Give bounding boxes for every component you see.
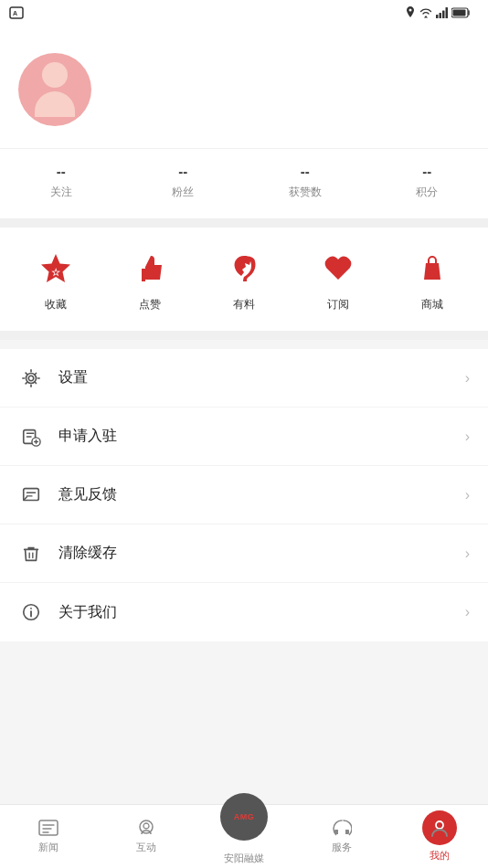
avatar [18,53,91,126]
leaf-icon [222,246,266,290]
action-item-collect[interactable]: ☆ 收藏 [9,246,103,312]
chevron-right-icon: › [465,370,470,386]
menu-item-apply[interactable]: 申请入驻 › [0,408,488,466]
svg-rect-3 [440,13,442,18]
menu-item-feedback[interactable]: 意见反馈 › [0,466,488,524]
stat-item-获赞数: -- 获赞数 [244,164,366,200]
svg-point-27 [143,823,149,829]
action-label-subscribe: 订阅 [327,297,349,312]
svg-rect-4 [442,11,445,19]
nav-item-service[interactable]: 服务 [292,819,390,854]
nav-icon-mine [422,810,457,845]
amg-logo: AMG [220,793,268,841]
chevron-right-icon: › [465,429,470,445]
action-label-like: 点赞 [139,297,161,312]
menu-section: 设置 › 申请入驻 › 意见反馈 › 清除缓存 › 关于我们 › [0,349,488,641]
bag-icon [410,246,454,290]
chevron-right-icon: › [465,487,470,503]
status-icons [405,6,472,19]
profile-section[interactable] [0,26,488,148]
star-icon: ☆ [34,246,78,290]
menu-item-clear-cache[interactable]: 清除缓存 › [0,524,488,583]
status-app-icon: A [9,5,24,20]
stats-row: -- 关注 -- 粉丝 -- 获赞数 -- 积分 [0,148,488,218]
menu-label-settings: 设置 [58,368,465,387]
nav-item-news[interactable]: 新闻 [0,819,98,854]
nav-label-news: 新闻 [38,841,58,854]
apply-icon [18,424,44,450]
nav-label-amg: 安阳融媒 [220,852,268,865]
settings-icon [18,365,44,391]
heart-icon [316,246,360,290]
menu-label-clear-cache: 清除缓存 [58,544,465,563]
nav-icon-service [332,819,352,837]
nav-item-mine[interactable]: 我的 [390,810,488,863]
divider-2 [0,331,488,340]
action-item-subscribe[interactable]: 订阅 [291,246,385,312]
feedback-icon [18,482,44,508]
stat-item-粉丝: -- 粉丝 [122,164,245,200]
stat-item-积分: -- 积分 [366,164,489,200]
menu-label-feedback: 意见反馈 [58,485,465,504]
action-label-youlike: 有料 [233,297,255,312]
action-item-youlike[interactable]: 有料 [197,246,292,312]
svg-text:A: A [13,10,17,16]
menu-item-about[interactable]: 关于我们 › [0,583,488,641]
svg-text:☆: ☆ [51,267,61,278]
thumb-icon [128,246,172,290]
nav-label-service: 服务 [332,841,352,854]
nav-icon-interact [136,819,156,837]
nav-label-interact: 互动 [136,841,156,854]
menu-item-settings[interactable]: 设置 › [0,349,488,408]
action-item-shop[interactable]: 商城 [385,246,479,312]
svg-rect-7 [453,10,466,16]
nav-item-amg[interactable]: AMG 安阳融媒 [196,806,293,867]
svg-point-21 [30,608,32,609]
menu-label-about: 关于我们 [58,603,465,622]
nav-icon-news [38,819,58,837]
divider-1 [0,218,488,228]
svg-point-10 [28,376,34,381]
chevron-right-icon: › [465,604,470,620]
action-item-like[interactable]: 点赞 [103,246,197,312]
nav-item-interact[interactable]: 互动 [98,819,196,854]
svg-point-11 [27,373,37,383]
trash-icon [18,541,44,566]
svg-point-26 [140,820,153,833]
svg-point-28 [436,821,443,829]
action-label-collect: 收藏 [45,297,67,312]
svg-rect-2 [436,15,439,18]
action-label-shop: 商城 [421,297,443,312]
info-icon [18,599,44,625]
bottom-nav: 新闻 互动 AMG 安阳融媒 服务 我的 [0,804,488,868]
chevron-right-icon: › [465,545,470,562]
status-bar: A [0,0,488,26]
nav-label-mine: 我的 [430,849,450,863]
svg-rect-5 [446,7,449,18]
quick-actions: ☆ 收藏 点赞 有料 订阅 商城 [0,228,488,331]
menu-label-apply: 申请入驻 [58,427,465,446]
stat-item-关注: -- 关注 [0,164,122,200]
